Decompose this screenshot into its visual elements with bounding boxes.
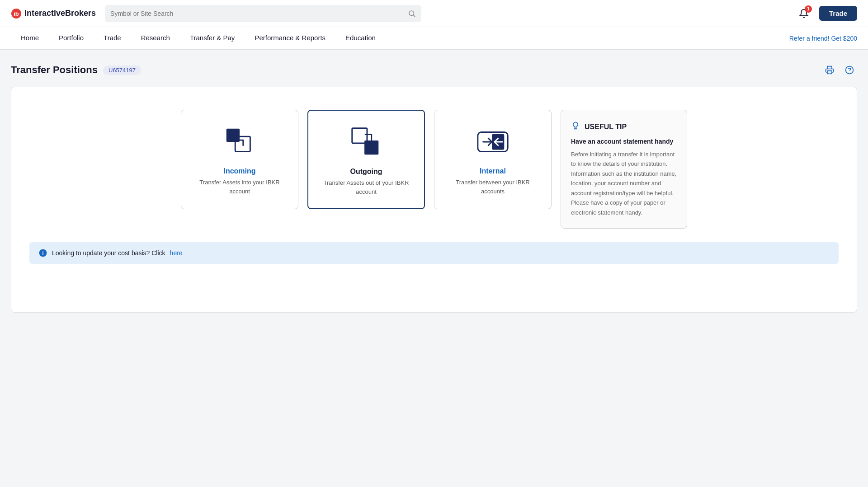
incoming-icon-svg [222, 124, 257, 159]
incoming-icon [222, 124, 258, 160]
page-title-row: Transfer Positions U6574197 [11, 64, 141, 76]
main-nav: Home Portfolio Trade Research Transfer &… [0, 27, 868, 50]
incoming-label: Incoming [223, 167, 255, 175]
lightbulb-icon [571, 121, 580, 130]
page-header: Transfer Positions U6574197 [11, 62, 857, 78]
nav-item-portfolio[interactable]: Portfolio [49, 27, 94, 50]
search-bar[interactable] [105, 5, 421, 22]
nav-item-transfer[interactable]: Transfer & Pay [180, 27, 245, 50]
ib-logo-icon: ib [11, 8, 22, 19]
tip-card: USEFUL TIP Have an account statement han… [561, 110, 687, 229]
internal-icon [475, 124, 511, 160]
nav-item-research[interactable]: Research [131, 27, 180, 50]
tip-icon [571, 121, 580, 132]
outgoing-icon [348, 124, 384, 160]
svg-rect-11 [364, 140, 378, 155]
incoming-card[interactable]: Incoming Transfer Assets into your IBKR … [181, 110, 298, 209]
svg-line-3 [413, 15, 415, 17]
header-right: 1 Trade [796, 5, 857, 22]
logo-text: InteractiveBrokers [24, 9, 96, 18]
tip-text: Before initiating a transfer it is impor… [571, 150, 677, 217]
internal-card[interactable]: Internal Transfer between your IBKR acco… [434, 110, 552, 209]
outgoing-card[interactable]: Outgoing Transfer Assets out of your IBK… [307, 110, 425, 209]
logo[interactable]: ib InteractiveBrokers [11, 8, 96, 19]
transfer-options: Incoming Transfer Assets into your IBKR … [29, 110, 839, 229]
info-banner-text: Looking to update your cost basis? Click [52, 249, 165, 257]
search-icon [408, 9, 416, 18]
incoming-desc: Transfer Assets into your IBKR account [190, 178, 289, 196]
nav-item-home[interactable]: Home [11, 27, 49, 50]
page-container: Transfer Positions U6574197 [0, 50, 868, 487]
svg-text:ib: ib [14, 10, 19, 17]
trade-button[interactable]: Trade [819, 6, 857, 21]
internal-icon-svg [475, 124, 510, 159]
tip-header: USEFUL TIP [571, 121, 677, 132]
nav-item-performance[interactable]: Performance & Reports [245, 27, 335, 50]
internal-label: Internal [480, 167, 506, 175]
nav-item-education[interactable]: Education [335, 27, 386, 50]
search-input[interactable] [110, 10, 404, 17]
notification-button[interactable]: 1 [796, 5, 812, 22]
internal-desc: Transfer between your IBKR accounts [443, 178, 542, 196]
page-actions [822, 62, 857, 78]
main-card: Incoming Transfer Assets into your IBKR … [11, 87, 857, 313]
help-icon [845, 66, 854, 75]
page-title: Transfer Positions [11, 64, 98, 76]
outgoing-label: Outgoing [350, 168, 382, 176]
cost-basis-link[interactable]: here [170, 249, 183, 257]
svg-rect-4 [827, 71, 832, 74]
notification-badge: 1 [805, 5, 812, 13]
tip-subtitle: Have an account statement handy [571, 138, 677, 145]
tip-title: USEFUL TIP [585, 123, 627, 131]
outgoing-desc: Transfer Assets out of your IBKR account [317, 178, 415, 196]
print-button[interactable] [822, 62, 837, 78]
refer-link[interactable]: Refer a friend! Get $200 [789, 35, 857, 42]
outgoing-icon-svg [349, 125, 384, 160]
info-icon [38, 248, 47, 258]
svg-point-2 [409, 11, 414, 16]
nav-item-trade[interactable]: Trade [94, 27, 131, 50]
header: ib InteractiveBrokers 1 Trade [0, 0, 868, 27]
nav-items: Home Portfolio Trade Research Transfer &… [11, 27, 789, 50]
account-badge: U6574197 [103, 66, 141, 75]
info-banner: Looking to update your cost basis? Click… [29, 242, 839, 264]
help-button[interactable] [842, 62, 857, 78]
print-icon [825, 66, 834, 75]
